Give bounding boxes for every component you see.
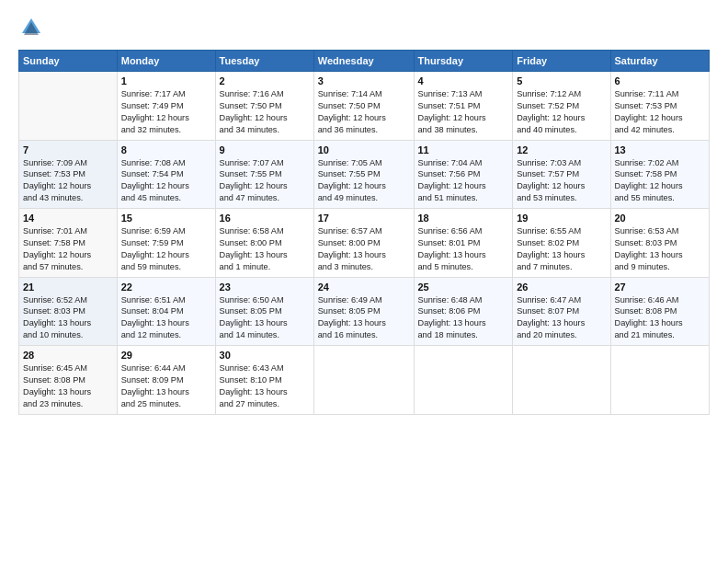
day-info: Sunrise: 7:16 AM Sunset: 7:50 PM Dayligh… — [220, 88, 310, 136]
day-cell: 4Sunrise: 7:13 AM Sunset: 7:51 PM Daylig… — [414, 72, 513, 141]
day-info: Sunrise: 6:45 AM Sunset: 8:08 PM Dayligh… — [23, 362, 113, 410]
week-row-4: 21Sunrise: 6:52 AM Sunset: 8:03 PM Dayli… — [19, 277, 710, 346]
day-number: 18 — [418, 213, 509, 224]
day-number: 14 — [23, 213, 113, 224]
day-cell — [313, 346, 414, 415]
day-cell: 1Sunrise: 7:17 AM Sunset: 7:49 PM Daylig… — [117, 72, 215, 141]
col-header-tuesday: Tuesday — [215, 51, 313, 72]
day-cell: 10Sunrise: 7:05 AM Sunset: 7:55 PM Dayli… — [313, 140, 414, 209]
day-cell: 7Sunrise: 7:09 AM Sunset: 7:53 PM Daylig… — [19, 140, 118, 209]
day-cell: 20Sunrise: 6:53 AM Sunset: 8:03 PM Dayli… — [610, 209, 710, 278]
day-info: Sunrise: 6:43 AM Sunset: 8:10 PM Dayligh… — [220, 362, 310, 410]
day-cell: 17Sunrise: 6:57 AM Sunset: 8:00 PM Dayli… — [313, 209, 414, 278]
week-row-1: 1Sunrise: 7:17 AM Sunset: 7:49 PM Daylig… — [19, 72, 710, 141]
day-number: 25 — [418, 282, 509, 293]
logo — [18, 15, 48, 40]
day-cell: 16Sunrise: 6:58 AM Sunset: 8:00 PM Dayli… — [215, 209, 313, 278]
day-info: Sunrise: 7:17 AM Sunset: 7:49 PM Dayligh… — [121, 88, 211, 136]
day-number: 28 — [23, 350, 113, 361]
day-info: Sunrise: 6:51 AM Sunset: 8:04 PM Dayligh… — [121, 294, 211, 342]
day-info: Sunrise: 7:08 AM Sunset: 7:54 PM Dayligh… — [121, 157, 211, 205]
day-info: Sunrise: 7:11 AM Sunset: 7:53 PM Dayligh… — [615, 88, 706, 136]
day-info: Sunrise: 7:07 AM Sunset: 7:55 PM Dayligh… — [220, 157, 310, 205]
day-number: 29 — [121, 350, 211, 361]
day-number: 10 — [318, 144, 410, 155]
day-info: Sunrise: 6:47 AM Sunset: 8:07 PM Dayligh… — [517, 294, 606, 342]
day-cell: 23Sunrise: 6:50 AM Sunset: 8:05 PM Dayli… — [215, 277, 313, 346]
day-cell: 21Sunrise: 6:52 AM Sunset: 8:03 PM Dayli… — [19, 277, 118, 346]
day-info: Sunrise: 6:58 AM Sunset: 8:00 PM Dayligh… — [220, 225, 310, 273]
day-number: 21 — [23, 282, 113, 293]
day-cell: 6Sunrise: 7:11 AM Sunset: 7:53 PM Daylig… — [610, 72, 710, 141]
day-cell: 5Sunrise: 7:12 AM Sunset: 7:52 PM Daylig… — [513, 72, 610, 141]
day-cell: 25Sunrise: 6:48 AM Sunset: 8:06 PM Dayli… — [414, 277, 513, 346]
day-number: 7 — [23, 144, 113, 155]
day-cell: 22Sunrise: 6:51 AM Sunset: 8:04 PM Dayli… — [117, 277, 215, 346]
day-cell: 19Sunrise: 6:55 AM Sunset: 8:02 PM Dayli… — [513, 209, 610, 278]
day-info: Sunrise: 6:48 AM Sunset: 8:06 PM Dayligh… — [418, 294, 509, 342]
day-cell: 26Sunrise: 6:47 AM Sunset: 8:07 PM Dayli… — [513, 277, 610, 346]
day-info: Sunrise: 6:49 AM Sunset: 8:05 PM Dayligh… — [318, 294, 410, 342]
day-info: Sunrise: 7:13 AM Sunset: 7:51 PM Dayligh… — [418, 88, 509, 136]
day-number: 15 — [121, 213, 211, 224]
day-number: 6 — [615, 75, 706, 86]
day-cell: 3Sunrise: 7:14 AM Sunset: 7:50 PM Daylig… — [313, 72, 414, 141]
day-cell: 30Sunrise: 6:43 AM Sunset: 8:10 PM Dayli… — [215, 346, 313, 415]
day-info: Sunrise: 6:46 AM Sunset: 8:08 PM Dayligh… — [615, 294, 706, 342]
day-cell: 27Sunrise: 6:46 AM Sunset: 8:08 PM Dayli… — [610, 277, 710, 346]
logo-icon — [18, 15, 44, 40]
day-info: Sunrise: 6:50 AM Sunset: 8:05 PM Dayligh… — [220, 294, 310, 342]
day-cell: 11Sunrise: 7:04 AM Sunset: 7:56 PM Dayli… — [414, 140, 513, 209]
day-number: 4 — [418, 75, 509, 86]
day-info: Sunrise: 6:55 AM Sunset: 8:02 PM Dayligh… — [517, 225, 606, 273]
day-info: Sunrise: 6:59 AM Sunset: 7:59 PM Dayligh… — [121, 225, 211, 273]
day-info: Sunrise: 6:44 AM Sunset: 8:09 PM Dayligh… — [121, 362, 211, 410]
day-cell: 14Sunrise: 7:01 AM Sunset: 7:58 PM Dayli… — [19, 209, 118, 278]
day-number: 20 — [615, 213, 706, 224]
day-info: Sunrise: 7:03 AM Sunset: 7:57 PM Dayligh… — [517, 157, 606, 205]
day-number: 16 — [220, 213, 310, 224]
col-header-monday: Monday — [117, 51, 215, 72]
day-number: 1 — [121, 75, 211, 86]
week-row-3: 14Sunrise: 7:01 AM Sunset: 7:58 PM Dayli… — [19, 209, 710, 278]
col-header-wednesday: Wednesday — [313, 51, 414, 72]
day-number: 27 — [615, 282, 706, 293]
day-number: 22 — [121, 282, 211, 293]
day-number: 24 — [318, 282, 410, 293]
col-header-friday: Friday — [513, 51, 610, 72]
day-number: 12 — [517, 144, 606, 155]
day-cell: 24Sunrise: 6:49 AM Sunset: 8:05 PM Dayli… — [313, 277, 414, 346]
day-number: 11 — [418, 144, 509, 155]
day-number: 23 — [220, 282, 310, 293]
day-cell: 28Sunrise: 6:45 AM Sunset: 8:08 PM Dayli… — [19, 346, 118, 415]
col-header-sunday: Sunday — [19, 51, 118, 72]
day-cell: 29Sunrise: 6:44 AM Sunset: 8:09 PM Dayli… — [117, 346, 215, 415]
day-cell: 9Sunrise: 7:07 AM Sunset: 7:55 PM Daylig… — [215, 140, 313, 209]
day-number: 2 — [220, 75, 310, 86]
day-cell: 18Sunrise: 6:56 AM Sunset: 8:01 PM Dayli… — [414, 209, 513, 278]
day-cell — [19, 72, 118, 141]
day-number: 3 — [318, 75, 410, 86]
day-info: Sunrise: 7:04 AM Sunset: 7:56 PM Dayligh… — [418, 157, 509, 205]
day-info: Sunrise: 7:05 AM Sunset: 7:55 PM Dayligh… — [318, 157, 410, 205]
day-cell: 13Sunrise: 7:02 AM Sunset: 7:58 PM Dayli… — [610, 140, 710, 209]
header-row: SundayMondayTuesdayWednesdayThursdayFrid… — [19, 51, 710, 72]
day-number: 30 — [220, 350, 310, 361]
day-info: Sunrise: 6:53 AM Sunset: 8:03 PM Dayligh… — [615, 225, 706, 273]
day-cell: 15Sunrise: 6:59 AM Sunset: 7:59 PM Dayli… — [117, 209, 215, 278]
day-number: 13 — [615, 144, 706, 155]
col-header-saturday: Saturday — [610, 51, 710, 72]
day-info: Sunrise: 6:57 AM Sunset: 8:00 PM Dayligh… — [318, 225, 410, 273]
day-info: Sunrise: 6:52 AM Sunset: 8:03 PM Dayligh… — [23, 294, 113, 342]
day-cell — [414, 346, 513, 415]
day-info: Sunrise: 7:14 AM Sunset: 7:50 PM Dayligh… — [318, 88, 410, 136]
day-number: 5 — [517, 75, 606, 86]
day-number: 17 — [318, 213, 410, 224]
day-cell: 2Sunrise: 7:16 AM Sunset: 7:50 PM Daylig… — [215, 72, 313, 141]
day-number: 8 — [121, 144, 211, 155]
day-info: Sunrise: 7:12 AM Sunset: 7:52 PM Dayligh… — [517, 88, 606, 136]
day-number: 9 — [220, 144, 310, 155]
day-cell — [513, 346, 610, 415]
week-row-5: 28Sunrise: 6:45 AM Sunset: 8:08 PM Dayli… — [19, 346, 710, 415]
day-cell — [610, 346, 710, 415]
